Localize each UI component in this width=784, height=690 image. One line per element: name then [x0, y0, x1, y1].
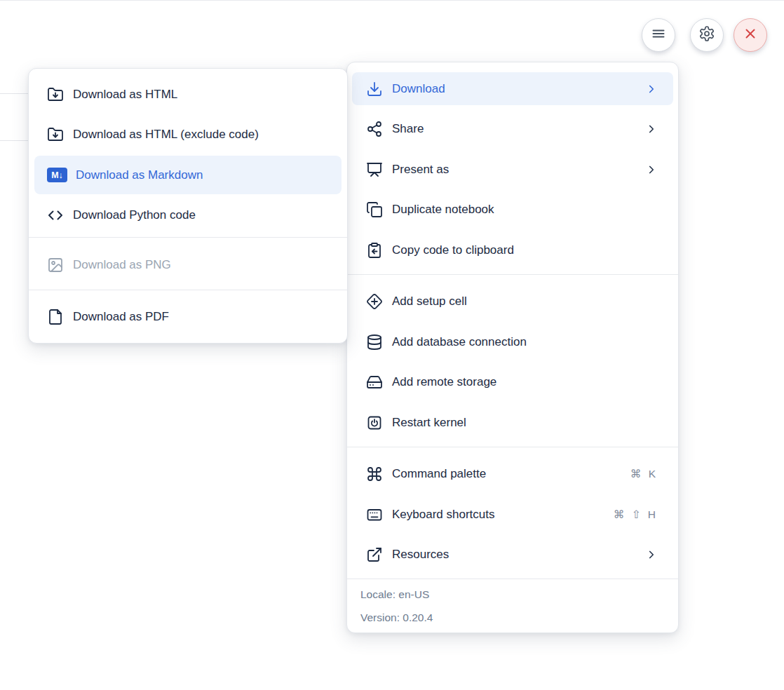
gear-icon — [698, 25, 715, 45]
menu-separator — [29, 237, 347, 238]
diamond-plus-icon — [366, 293, 383, 310]
menu-item-resources[interactable]: Resources — [352, 539, 673, 571]
share-icon — [366, 121, 383, 137]
menu-item-add-setup-cell[interactable]: Add setup cell — [352, 285, 673, 318]
menu-item-label: Download as HTML (exclude code) — [73, 128, 259, 142]
version-text: Version: 0.20.4 — [360, 611, 665, 625]
clipboard-copy-icon — [366, 242, 383, 259]
menu-item-label: Download as PNG — [73, 258, 171, 272]
menu-item-label: Download Python code — [73, 208, 196, 222]
code-icon — [47, 207, 64, 224]
submenu-item-download-pdf[interactable]: Download as PDF — [34, 298, 342, 337]
menu-item-label: Download — [392, 82, 445, 96]
locale-text: Locale: en-US — [360, 588, 665, 602]
cell-border-line — [0, 140, 31, 141]
submenu-item-download-html-exclude-code[interactable]: Download as HTML (exclude code) — [34, 116, 342, 154]
menu-item-copy-code[interactable]: Copy code to clipboard — [352, 234, 673, 266]
chevron-right-icon — [645, 123, 658, 135]
notebook-menu-button[interactable] — [642, 18, 675, 52]
submenu-item-download-python-code[interactable]: Download Python code — [34, 196, 342, 235]
image-icon — [47, 257, 64, 273]
keyboard-shortcut-hint: ⌘ ⇧ H — [614, 508, 658, 521]
presentation-icon — [366, 161, 383, 178]
menu-item-label: Resources — [392, 548, 449, 562]
menu-item-label: Add database connection — [392, 335, 527, 349]
download-icon — [366, 81, 383, 97]
menu-item-label: Add remote storage — [392, 375, 496, 389]
database-icon — [366, 334, 383, 351]
submenu-item-download-html[interactable]: Download as HTML — [34, 75, 342, 114]
menu-item-command-palette[interactable]: Command palette ⌘ K — [352, 458, 673, 491]
menu-item-add-remote-storage[interactable]: Add remote storage — [352, 366, 673, 399]
menu-item-label: Restart kernel — [392, 416, 466, 430]
menu-item-label: Present as — [392, 163, 449, 177]
keyboard-icon — [366, 506, 383, 523]
settings-button[interactable] — [690, 18, 724, 52]
menu-item-share[interactable]: Share — [352, 113, 673, 146]
menu-item-label: Duplicate notebook — [392, 203, 494, 217]
shutdown-button[interactable] — [734, 18, 767, 52]
menu-item-label: Download as PDF — [73, 310, 169, 324]
menu-item-label: Command palette — [392, 467, 486, 481]
markdown-badge-icon: M↓ — [47, 167, 67, 184]
hard-drive-icon — [366, 374, 383, 391]
menu-item-add-database-connection[interactable]: Add database connection — [352, 325, 673, 358]
command-icon — [366, 466, 383, 482]
close-x-icon — [743, 26, 758, 44]
folder-down-icon — [47, 126, 64, 143]
file-icon — [47, 309, 64, 325]
duplicate-pages-icon — [366, 201, 383, 218]
folder-down-icon — [47, 86, 64, 103]
menu-item-label: Copy code to clipboard — [392, 243, 514, 257]
menu-separator — [347, 274, 678, 275]
menu-item-label: Add setup cell — [392, 295, 467, 309]
chevron-right-icon — [645, 163, 658, 176]
menu-separator — [29, 290, 347, 290]
menu-item-label: Download as HTML — [73, 88, 177, 102]
external-link-icon — [366, 546, 383, 563]
menu-item-label: Download as Markdown — [76, 168, 203, 182]
power-square-icon — [366, 414, 383, 431]
download-submenu: Download as HTML Download as HTML (exclu… — [28, 68, 348, 344]
hamburger-icon — [650, 25, 667, 45]
notebook-actions-menu: Download Share Present as Duplicate note… — [346, 62, 679, 633]
menu-item-download[interactable]: Download — [352, 72, 673, 105]
page-top-border — [0, 0, 784, 1]
submenu-item-download-markdown[interactable]: M↓ Download as Markdown — [34, 156, 342, 194]
submenu-item-download-png[interactable]: Download as PNG — [34, 246, 342, 285]
chevron-right-icon — [645, 83, 658, 95]
menu-item-label: Share — [392, 122, 424, 136]
menu-item-present-as[interactable]: Present as — [352, 153, 673, 186]
menu-footer: Locale: en-US Version: 0.20.4 — [347, 579, 678, 632]
cell-border-line — [0, 93, 31, 94]
menu-item-label: Keyboard shortcuts — [392, 508, 494, 522]
menu-item-keyboard-shortcuts[interactable]: Keyboard shortcuts ⌘ ⇧ H — [352, 498, 673, 531]
menu-item-restart-kernel[interactable]: Restart kernel — [352, 406, 673, 439]
menu-separator — [347, 447, 678, 447]
chevron-right-icon — [645, 548, 658, 561]
menu-item-duplicate-notebook[interactable]: Duplicate notebook — [352, 194, 673, 226]
keyboard-shortcut-hint: ⌘ K — [630, 468, 658, 480]
